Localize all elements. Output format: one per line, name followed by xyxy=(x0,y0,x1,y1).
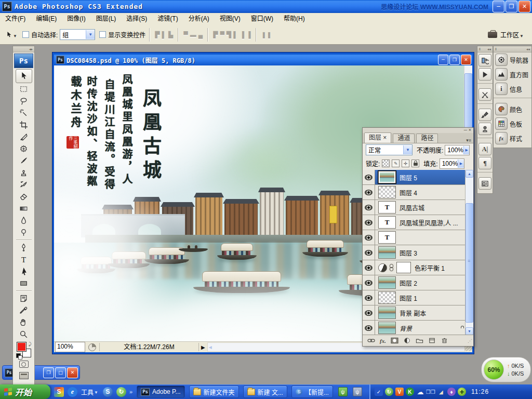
type-tool[interactable]: T xyxy=(17,254,31,265)
gradient-tool[interactable] xyxy=(17,203,31,215)
layer-mask-thumbnail[interactable] xyxy=(396,262,411,273)
dock-item-styles[interactable]: fx 样式 xyxy=(494,131,531,145)
layer-row[interactable]: 图层 3 xyxy=(363,245,466,260)
restore-button[interactable]: ❐ xyxy=(506,1,517,12)
tray-plus-icon[interactable]: ✚ xyxy=(458,388,466,396)
visibility-toggle[interactable] xyxy=(363,215,375,230)
tray-network-icon[interactable]: ❒❒ xyxy=(427,388,435,396)
sogou-pinyin-icon[interactable]: S xyxy=(54,387,64,397)
minimize-button[interactable]: ─ xyxy=(493,1,504,12)
layer-thumbnail[interactable] xyxy=(378,322,396,334)
pen-tool[interactable] xyxy=(17,242,31,254)
tools-menu[interactable]: 工具▼ xyxy=(81,388,99,396)
rectangular-marquee-tool[interactable] xyxy=(17,83,31,95)
opacity-field[interactable]: 100% ▶ xyxy=(445,145,470,155)
palette-menu-icon[interactable]: ▾≡ xyxy=(466,138,471,143)
tray-shield-icon[interactable]: V xyxy=(395,388,404,396)
layer-row[interactable]: 背景 副本 xyxy=(363,305,466,321)
menu-select[interactable]: 选择(S) xyxy=(121,13,152,25)
menu-view[interactable]: 视图(V) xyxy=(215,13,246,25)
delete-layer-icon[interactable] xyxy=(441,337,448,344)
auto-select-combobox[interactable]: 组 ▼ xyxy=(60,29,95,40)
usb-device-icon[interactable]: ψ xyxy=(353,387,362,396)
menu-help[interactable]: 帮助(H) xyxy=(278,13,310,25)
tool-presets-panel-icon[interactable] xyxy=(478,88,491,101)
default-colors-icon[interactable] xyxy=(16,353,21,358)
new-layer-icon[interactable] xyxy=(428,337,436,344)
foreground-color-swatch[interactable] xyxy=(17,342,26,352)
layer-row[interactable]: 图层 5 xyxy=(363,170,466,185)
screen-mode-button[interactable] xyxy=(19,372,29,379)
menu-filter[interactable]: 滤镜(T) xyxy=(152,13,183,25)
ie-icon[interactable]: e xyxy=(68,387,77,397)
tray-volume-icon[interactable]: ◢ xyxy=(437,388,445,396)
rectangle-shape-tool[interactable] xyxy=(17,277,31,289)
lock-position-icon[interactable]: ✛ xyxy=(402,159,409,167)
visibility-toggle[interactable] xyxy=(363,290,375,305)
layer-thumbnail[interactable] xyxy=(378,291,396,304)
slice-tool[interactable] xyxy=(17,131,31,143)
doc-restore-button[interactable]: ❐ xyxy=(449,55,460,65)
layer-thumbnail[interactable] xyxy=(378,276,396,289)
quicklaunch-overflow-icon[interactable]: » xyxy=(129,389,132,395)
lock-pixels-icon[interactable]: ✎ xyxy=(392,159,400,167)
auto-select-checkbox[interactable] xyxy=(22,31,29,38)
start-button[interactable]: 开始 xyxy=(0,384,50,399)
sogou-browser-icon[interactable]: S xyxy=(103,387,113,397)
visibility-toggle[interactable] xyxy=(363,230,375,245)
show-transform-checkbox[interactable] xyxy=(99,31,106,38)
text-layer-thumbnail[interactable]: T xyxy=(378,216,396,229)
text-layer-thumbnail[interactable]: T xyxy=(378,231,396,244)
min-maximize-button[interactable]: □ xyxy=(55,367,66,378)
character-panel-icon[interactable]: A| xyxy=(478,143,491,155)
menu-layer[interactable]: 图层(L) xyxy=(91,13,122,25)
tab-layers[interactable]: 图层 × xyxy=(364,132,391,143)
eyedropper-tool[interactable] xyxy=(17,304,31,316)
visibility-toggle[interactable] xyxy=(363,245,375,260)
clone-source-panel-icon[interactable] xyxy=(478,123,491,135)
tool-preset-dropdown-icon[interactable]: ▼ xyxy=(13,34,17,38)
layer-row[interactable]: T 凤凰城里凤凰游,人 ... xyxy=(363,215,466,230)
tray-kite-icon[interactable]: ♦ xyxy=(447,388,456,396)
zoom-tool[interactable] xyxy=(17,328,31,340)
fill-field[interactable]: 100% ▶ xyxy=(440,158,464,169)
visibility-toggle[interactable] xyxy=(363,305,375,320)
visibility-toggle[interactable] xyxy=(363,321,375,335)
layer-thumbnail[interactable] xyxy=(378,246,396,259)
close-button[interactable]: ✕ xyxy=(518,1,530,12)
clone-stamp-tool[interactable] xyxy=(17,167,31,179)
scroll-up-icon[interactable]: ▲ xyxy=(466,170,473,178)
dock-item-swatches[interactable]: 色板 xyxy=(494,116,531,131)
layer-row[interactable]: T 凤凰古城 xyxy=(363,200,466,215)
doc-close-button[interactable]: ✕ xyxy=(461,55,471,65)
menu-image[interactable]: 图像(I) xyxy=(62,13,90,25)
min-close-button[interactable]: ✕ xyxy=(67,367,78,378)
doc-minimize-button[interactable]: ─ xyxy=(438,55,448,65)
min-restore-button[interactable]: ❐ xyxy=(43,367,54,378)
document-titlebar[interactable]: Ps DSC08458.psd @ 100% (图层 5, RGB/8) ─ ❐… xyxy=(54,54,472,65)
actions-panel-icon[interactable] xyxy=(478,68,491,81)
dock-item-navigator[interactable]: 导航器 xyxy=(494,52,531,67)
taskbar-item-browser[interactable]: S 【新提... xyxy=(291,385,333,398)
visibility-toggle[interactable] xyxy=(363,275,375,290)
menu-analysis[interactable]: 分析(A) xyxy=(183,13,215,25)
lock-all-icon[interactable] xyxy=(411,159,419,167)
eraser-tool[interactable] xyxy=(17,191,31,203)
menu-window[interactable]: 窗口(W) xyxy=(246,13,278,25)
text-layer-thumbnail[interactable]: T xyxy=(378,201,396,214)
hand-tool[interactable] xyxy=(17,316,31,328)
menu-edit[interactable]: 编辑(E) xyxy=(31,13,62,25)
dock-collapse-icon[interactable]: ‖◂◂ xyxy=(477,46,493,52)
swap-colors-icon[interactable]: ⤸ xyxy=(29,341,31,347)
menu-file[interactable]: 文件(F) xyxy=(0,13,31,25)
rotate-arrows-icon[interactable]: ↻ xyxy=(116,387,126,397)
layer-row[interactable]: T xyxy=(363,230,466,245)
tray-update-icon[interactable]: ↻ xyxy=(385,388,393,396)
history-panel-icon[interactable] xyxy=(478,54,491,66)
visibility-toggle[interactable] xyxy=(363,260,375,275)
dock-item-info[interactable]: i 信息 xyxy=(494,82,531,96)
layer-row[interactable]: 图层 2 xyxy=(363,275,466,290)
layer-thumbnail[interactable] xyxy=(378,186,396,198)
notes-tool[interactable] xyxy=(17,292,31,304)
background-layer-row[interactable]: 背景 xyxy=(363,321,466,335)
